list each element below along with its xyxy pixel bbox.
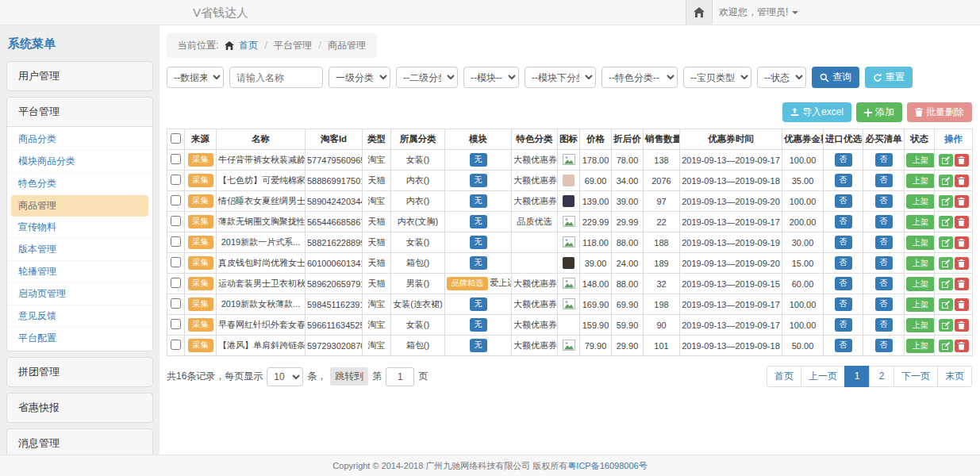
must-buy-toggle[interactable]: 否 <box>875 277 893 290</box>
delete-button[interactable] <box>955 278 969 290</box>
edit-button[interactable] <box>939 236 953 249</box>
edit-button[interactable] <box>939 278 953 290</box>
delete-button[interactable] <box>955 319 969 332</box>
jump-page-input[interactable] <box>386 367 414 386</box>
must-buy-toggle[interactable]: 否 <box>875 153 893 167</box>
data-source-select[interactable]: --数据来源-- <box>167 67 224 88</box>
status-button[interactable]: 上架 <box>906 174 935 188</box>
import-excel-button[interactable]: 导入excel <box>782 102 851 122</box>
import-toggle[interactable]: 否 <box>835 256 852 270</box>
delete-button[interactable] <box>955 257 969 270</box>
pager-prev[interactable]: 上一页 <box>801 366 845 387</box>
delete-button[interactable] <box>955 340 969 352</box>
status-button[interactable]: 上架 <box>906 236 935 250</box>
status-button[interactable]: 上架 <box>906 256 935 271</box>
batch-delete-button[interactable]: 批量删除 <box>907 102 972 122</box>
name-search-input[interactable] <box>229 67 323 88</box>
sidebar-item-feedback[interactable]: 意见反馈 <box>7 305 152 328</box>
must-buy-toggle[interactable]: 否 <box>875 318 893 332</box>
module-sub-select[interactable]: --模块下分类-- <box>525 67 596 88</box>
reset-button[interactable]: 重置 <box>865 67 913 88</box>
row-checkbox[interactable] <box>171 175 181 185</box>
row-checkbox[interactable] <box>171 319 181 329</box>
must-buy-toggle[interactable]: 否 <box>875 339 893 352</box>
jump-button[interactable]: 跳转到 <box>330 367 368 386</box>
status-button[interactable]: 上架 <box>906 298 935 312</box>
delete-button[interactable] <box>955 236 969 249</box>
row-checkbox[interactable] <box>171 154 181 164</box>
edit-button[interactable] <box>939 195 953 208</box>
sidebar-group-users-header[interactable]: 用户管理 <box>7 62 152 90</box>
status-select[interactable]: --状态-- <box>757 67 806 88</box>
sidebar-group-messages-header[interactable]: 消息管理 <box>7 429 152 455</box>
row-checkbox[interactable] <box>171 216 181 226</box>
sidebar-item-module-goods-category[interactable]: 模块商品分类 <box>7 151 152 173</box>
import-toggle[interactable]: 否 <box>835 318 852 332</box>
edit-button[interactable] <box>939 154 953 167</box>
delete-button[interactable] <box>955 298 969 311</box>
import-toggle[interactable]: 否 <box>835 277 852 290</box>
import-toggle[interactable]: 否 <box>835 174 852 187</box>
edit-button[interactable] <box>939 175 953 187</box>
pager-next[interactable]: 下一页 <box>894 366 938 387</box>
icp-link[interactable]: 粤ICP备16098006号 <box>567 461 647 470</box>
status-button[interactable]: 上架 <box>906 194 935 209</box>
per-page-select[interactable]: 10 <box>267 367 303 386</box>
sidebar-item-splash-management[interactable]: 启动页管理 <box>7 283 152 305</box>
import-toggle[interactable]: 否 <box>835 153 852 167</box>
row-checkbox[interactable] <box>171 236 181 247</box>
must-buy-toggle[interactable]: 否 <box>875 256 893 270</box>
delete-button[interactable] <box>955 175 969 187</box>
feature-category-select[interactable]: --特色分类-- <box>601 67 678 88</box>
level2-category-select[interactable]: --二级分类-- <box>396 67 458 88</box>
add-button[interactable]: 添加 <box>856 102 902 122</box>
edit-button[interactable] <box>939 319 953 332</box>
sidebar-item-promo-materials[interactable]: 宣传物料 <box>7 217 152 239</box>
import-toggle[interactable]: 否 <box>835 194 852 208</box>
pager-last[interactable]: 末页 <box>937 366 972 387</box>
must-buy-toggle[interactable]: 否 <box>875 194 893 208</box>
edit-button[interactable] <box>939 298 953 311</box>
status-button[interactable]: 上架 <box>906 318 935 332</box>
user-menu[interactable]: 欢迎您，管理员! <box>719 0 798 25</box>
sidebar-item-goods-management[interactable]: 商品管理 <box>11 195 148 217</box>
import-toggle[interactable]: 否 <box>835 215 852 228</box>
import-toggle[interactable]: 否 <box>835 298 852 311</box>
must-buy-toggle[interactable]: 否 <box>875 215 893 228</box>
home-button[interactable] <box>686 0 713 25</box>
delete-button[interactable] <box>955 216 969 228</box>
module-select[interactable]: --模块-- <box>463 67 519 88</box>
import-toggle[interactable]: 否 <box>835 236 852 249</box>
sidebar-item-version-management[interactable]: 版本管理 <box>7 239 152 261</box>
status-button[interactable]: 上架 <box>906 215 935 229</box>
level1-category-select[interactable]: 一级分类 <box>329 67 390 88</box>
status-button[interactable]: 上架 <box>906 339 935 353</box>
row-checkbox[interactable] <box>171 195 181 205</box>
select-all-checkbox[interactable] <box>171 133 181 144</box>
sidebar-item-feature-category[interactable]: 特色分类 <box>7 173 152 195</box>
must-buy-toggle[interactable]: 否 <box>875 174 893 187</box>
status-button[interactable]: 上架 <box>906 277 935 291</box>
row-checkbox[interactable] <box>171 257 181 267</box>
row-checkbox[interactable] <box>171 278 181 288</box>
sidebar-item-goods-category[interactable]: 商品分类 <box>7 129 152 151</box>
status-button[interactable]: 上架 <box>906 153 935 167</box>
sidebar-group-express-header[interactable]: 省惠快报 <box>7 393 152 422</box>
pager-first[interactable]: 首页 <box>767 366 801 387</box>
search-button[interactable]: 查询 <box>812 67 859 88</box>
pager-page-1[interactable]: 1 <box>844 366 870 387</box>
delete-button[interactable] <box>955 154 969 167</box>
sidebar-item-platform-config[interactable]: 平台配置 <box>7 328 152 349</box>
import-toggle[interactable]: 否 <box>835 339 852 352</box>
edit-button[interactable] <box>939 216 953 228</box>
item-type-select[interactable]: --宝贝类型-- <box>683 67 751 88</box>
must-buy-toggle[interactable]: 否 <box>875 236 893 249</box>
delete-button[interactable] <box>955 195 969 208</box>
sidebar-item-carousel-management[interactable]: 轮播管理 <box>7 261 152 283</box>
edit-button[interactable] <box>939 340 953 352</box>
sidebar-group-platform-header[interactable]: 平台管理 <box>7 98 152 126</box>
row-checkbox[interactable] <box>171 298 181 309</box>
edit-button[interactable] <box>939 257 953 270</box>
pager-page-2[interactable]: 2 <box>869 366 894 387</box>
breadcrumb-home-link[interactable]: 首页 <box>239 40 258 51</box>
